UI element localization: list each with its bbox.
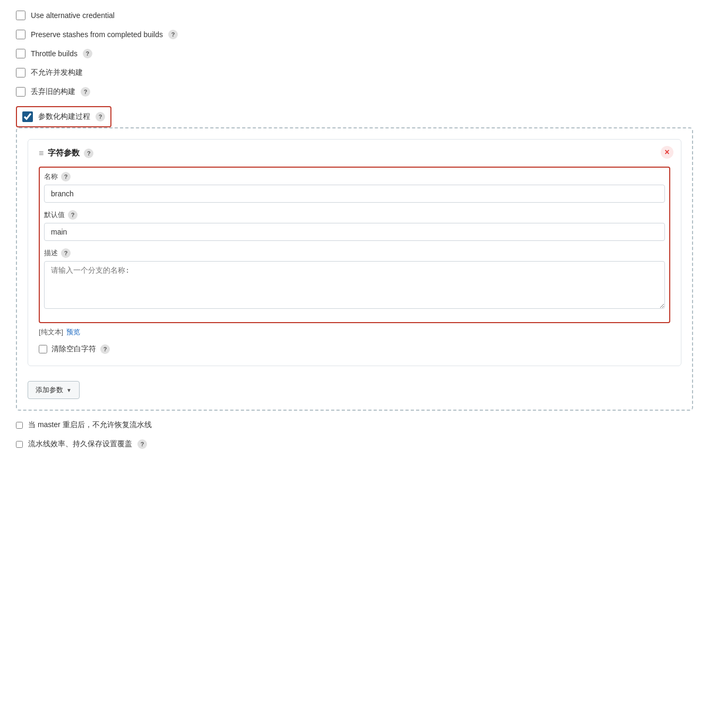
name-field-group: 名称 ? <box>44 172 665 203</box>
parameterize-row: 参数化构建过程 ? <box>16 106 111 127</box>
dropdown-arrow-icon: ▼ <box>66 387 72 393</box>
add-param-label: 添加参数 <box>36 385 63 395</box>
name-help-icon[interactable]: ? <box>61 172 71 181</box>
throttle-builds-checkbox[interactable] <box>16 49 25 58</box>
pipeline-efficiency-label: 流水线效率、持久保存设置覆盖 <box>28 439 132 449</box>
drag-icon[interactable]: ≡ <box>39 149 44 158</box>
pipeline-efficiency-help-icon[interactable]: ? <box>137 439 147 449</box>
param-card: ≡ 字符参数 ? × 名称 ? 默认值 ? <box>28 139 681 366</box>
param-card-close-button[interactable]: × <box>661 146 673 159</box>
param-card-title: 字符参数 <box>48 148 80 158</box>
name-section: 名称 ? 默认值 ? 描述 ? <box>39 167 670 323</box>
name-input[interactable] <box>44 185 665 203</box>
no-concurrent-checkbox[interactable] <box>16 68 25 77</box>
trim-label: 清除空白字符 <box>51 344 96 354</box>
no-concurrent-label: 不允许并发构建 <box>31 68 83 77</box>
parameterize-checkbox[interactable] <box>22 111 33 122</box>
use-alternative-label: Use alternative credential <box>31 11 115 20</box>
preserve-stashes-row: Preserve stashes from completed builds ? <box>16 30 693 39</box>
pipeline-efficiency-checkbox[interactable] <box>16 441 23 448</box>
parameterize-label: 参数化构建过程 <box>38 112 90 122</box>
parameterize-help-icon[interactable]: ? <box>96 112 105 122</box>
description-field-group: 描述 ? <box>44 248 665 310</box>
discard-old-label: 丢弃旧的构建 <box>31 87 75 97</box>
trim-checkbox[interactable] <box>39 345 47 353</box>
preserve-stashes-checkbox[interactable] <box>16 30 25 39</box>
param-card-help-icon[interactable]: ? <box>84 149 93 158</box>
preview-row: [纯文本] 预览 <box>39 327 670 337</box>
default-field-label: 默认值 ? <box>44 210 665 220</box>
preserve-stashes-help-icon[interactable]: ? <box>168 30 178 39</box>
param-card-header: ≡ 字符参数 ? × <box>39 148 670 158</box>
no-resume-checkbox[interactable] <box>16 422 23 429</box>
preserve-stashes-label: Preserve stashes from completed builds <box>31 30 163 39</box>
no-resume-label: 当 master 重启后，不允许恢复流水线 <box>28 420 152 430</box>
preview-prefix: [纯文本] <box>39 327 63 337</box>
discard-old-checkbox[interactable] <box>16 87 25 97</box>
use-alternative-checkbox[interactable] <box>16 11 25 20</box>
param-container: ≡ 字符参数 ? × 名称 ? 默认值 ? <box>16 127 693 411</box>
trim-help-icon[interactable]: ? <box>100 344 110 354</box>
throttle-builds-row: Throttle builds ? <box>16 49 693 58</box>
use-alternative-row: Use alternative credential <box>16 11 693 20</box>
preview-link[interactable]: 预览 <box>66 327 80 337</box>
name-field-label: 名称 ? <box>44 172 665 181</box>
throttle-builds-label: Throttle builds <box>31 49 77 58</box>
discard-old-row: 丢弃旧的构建 ? <box>16 87 693 97</box>
no-concurrent-row: 不允许并发构建 <box>16 68 693 77</box>
trim-row: 清除空白字符 ? <box>39 344 670 354</box>
pipeline-efficiency-row: 流水线效率、持久保存设置覆盖 ? <box>16 439 693 449</box>
discard-old-help-icon[interactable]: ? <box>81 87 90 97</box>
no-resume-row: 当 master 重启后，不允许恢复流水线 <box>16 420 693 430</box>
default-help-icon[interactable]: ? <box>68 210 77 220</box>
add-param-button[interactable]: 添加参数 ▼ <box>28 381 80 399</box>
description-textarea[interactable] <box>44 261 665 309</box>
default-input[interactable] <box>44 223 665 241</box>
description-field-label: 描述 ? <box>44 248 665 258</box>
description-help-icon[interactable]: ? <box>61 248 71 258</box>
throttle-builds-help-icon[interactable]: ? <box>83 49 92 58</box>
default-field-group: 默认值 ? <box>44 210 665 241</box>
